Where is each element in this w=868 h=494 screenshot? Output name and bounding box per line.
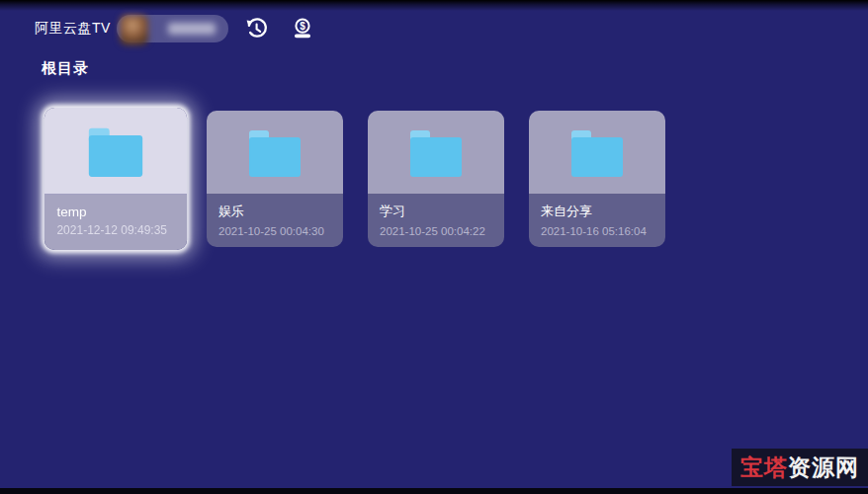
folder-date: 2021-10-16 05:16:04 [541,225,653,237]
folder-thumbnail-area [368,111,504,194]
folder-card-study[interactable]: 学习 2021-10-25 00:04:22 [368,111,504,247]
breadcrumb-root-directory: 根目录 [42,59,89,78]
folder-card-entertainment[interactable]: 娱乐 2021-10-25 00:04:30 [207,111,343,247]
folder-card-temp[interactable]: temp 2021-12-12 09:49:35 [44,108,187,250]
folder-icon [89,128,142,178]
history-icon[interactable] [243,16,269,41]
user-account-pill[interactable] [117,15,228,42]
folder-name: 学习 [380,203,492,220]
folder-name: 娱乐 [218,203,331,220]
folder-name: 来自分享 [541,203,653,220]
watermark-text-red: 宝塔 [740,453,788,483]
username-blurred [168,23,216,35]
site-watermark: 宝塔资源网 [732,449,868,486]
folder-card-footer: 娱乐 2021-10-25 00:04:30 [207,194,343,247]
folder-card-footer: temp 2021-12-12 09:49:35 [44,195,187,250]
folder-icon [571,130,623,178]
folder-thumbnail-area [44,108,187,195]
folder-card-footer: 学习 2021-10-25 00:04:22 [368,194,504,247]
top-letterbox-fade [0,0,868,11]
folder-date: 2021-12-12 09:49:35 [56,224,174,237]
dollar-glyph: $ [300,21,305,32]
folder-thumbnail-area [529,111,665,194]
bottom-letterbox-bar [0,488,868,494]
avatar [120,15,148,45]
folder-thumbnail-area [207,111,343,194]
folder-icon [249,130,301,178]
folder-name: temp [56,204,174,219]
app-title: 阿里云盘TV [35,20,111,38]
folder-card-footer: 来自分享 2021-10-16 05:16:04 [529,194,665,247]
folder-card-from-share[interactable]: 来自分享 2021-10-16 05:16:04 [529,111,665,247]
folder-icon [410,130,462,178]
folder-date: 2021-10-25 00:04:22 [380,225,492,237]
watermark-text-white: 资源网 [788,453,859,483]
money-deposit-icon[interactable]: $ [290,16,315,41]
folder-date: 2021-10-25 00:04:30 [218,225,331,237]
